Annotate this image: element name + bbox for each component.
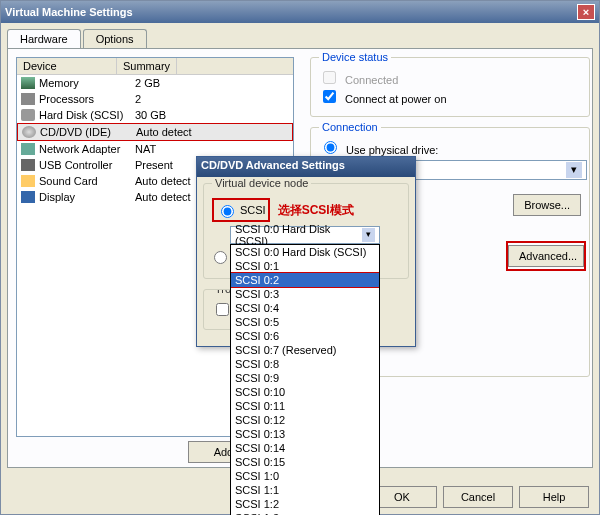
device-icon: [22, 126, 36, 138]
connected-checkbox-row: Connected: [319, 68, 581, 87]
scsi-option[interactable]: SCSI 0:8: [231, 357, 379, 371]
help-button[interactable]: Help: [519, 486, 589, 508]
use-physical-row[interactable]: Use physical drive:: [319, 138, 581, 156]
device-name: Display: [39, 191, 135, 203]
scsi-option[interactable]: SCSI 0:10: [231, 385, 379, 399]
close-icon[interactable]: ×: [577, 4, 595, 20]
device-summary: Auto detect: [136, 126, 192, 138]
scsi-select-row: SCSI 0:0 Hard Disk (SCSI) ▾ SCSI 0:0 Har…: [230, 226, 400, 244]
scsi-option[interactable]: SCSI 0:4: [231, 301, 379, 315]
col-summary[interactable]: Summary: [117, 58, 177, 74]
device-summary: Auto detect: [135, 191, 191, 203]
device-summary: 30 GB: [135, 109, 166, 121]
device-icon: [21, 175, 35, 187]
device-icon: [21, 191, 35, 203]
scsi-option[interactable]: SCSI 0:9: [231, 371, 379, 385]
footer-buttons: OK Cancel Help: [367, 486, 589, 508]
scsi-option[interactable]: SCSI 0:6: [231, 329, 379, 343]
device-icon: [21, 143, 35, 155]
device-name: USB Controller: [39, 159, 135, 171]
scsi-label: SCSI: [240, 204, 266, 216]
scsi-node-dropdown-list[interactable]: SCSI 0:0 Hard Disk (SCSI)SCSI 0:1SCSI 0:…: [230, 244, 380, 515]
scsi-option[interactable]: SCSI 0:5: [231, 315, 379, 329]
sub-body: Virtual device node SCSI 选择SCSI模式 SCSI 0…: [197, 177, 415, 346]
ide-radio[interactable]: [214, 251, 227, 264]
advanced-button-highlight: Advanced...: [506, 241, 586, 271]
device-name: Hard Disk (SCSI): [39, 109, 135, 121]
device-icon: [21, 77, 35, 89]
device-summary: NAT: [135, 143, 156, 155]
device-summary: 2 GB: [135, 77, 160, 89]
cancel-button[interactable]: Cancel: [443, 486, 513, 508]
scsi-option[interactable]: SCSI 0:7 (Reserved): [231, 343, 379, 357]
scsi-option[interactable]: SCSI 0:3: [231, 287, 379, 301]
device-row[interactable]: Processors2: [17, 91, 293, 107]
scsi-node-select[interactable]: SCSI 0:0 Hard Disk (SCSI) ▾ SCSI 0:0 Har…: [230, 226, 380, 244]
connect-poweron-label: Connect at power on: [345, 93, 447, 105]
sub-titlebar: CD/DVD Advanced Settings: [197, 157, 415, 177]
col-device[interactable]: Device: [17, 58, 117, 74]
device-row[interactable]: CD/DVD (IDE)Auto detect: [17, 123, 293, 141]
scsi-radio-highlight: SCSI: [212, 198, 270, 222]
troubleshoot-checkbox[interactable]: [216, 303, 229, 316]
use-physical-radio[interactable]: [324, 141, 337, 154]
tabs: Hardware Options: [7, 29, 593, 48]
device-name: Network Adapter: [39, 143, 135, 155]
scsi-option[interactable]: SCSI 0:12: [231, 413, 379, 427]
scsi-option[interactable]: SCSI 0:13: [231, 427, 379, 441]
device-status-group: Device status Connected Connect at power…: [310, 57, 590, 117]
device-icon: [21, 159, 35, 171]
scsi-option[interactable]: SCSI 0:1: [231, 259, 379, 273]
connected-label: Connected: [345, 74, 398, 86]
device-row[interactable]: Network AdapterNAT: [17, 141, 293, 157]
chevron-down-icon: ▾: [566, 162, 582, 178]
device-summary: 2: [135, 93, 141, 105]
tab-hardware[interactable]: Hardware: [7, 29, 81, 48]
annotation-text: 选择SCSI模式: [278, 202, 354, 219]
device-summary: Present: [135, 159, 173, 171]
device-summary: Auto detect: [135, 175, 191, 187]
device-status-legend: Device status: [319, 51, 391, 63]
scsi-option[interactable]: SCSI 1:0: [231, 469, 379, 483]
device-list-header: Device Summary: [17, 58, 293, 75]
browse-button[interactable]: Browse...: [513, 194, 581, 216]
device-row[interactable]: Hard Disk (SCSI)30 GB: [17, 107, 293, 123]
scsi-option[interactable]: SCSI 0:15: [231, 455, 379, 469]
device-name: Memory: [39, 77, 135, 89]
device-icon: [21, 93, 35, 105]
use-physical-label: Use physical drive:: [346, 144, 438, 156]
connection-legend: Connection: [319, 121, 381, 133]
scsi-radio-row: SCSI 选择SCSI模式: [212, 198, 400, 222]
device-name: Processors: [39, 93, 135, 105]
tab-options[interactable]: Options: [83, 29, 147, 48]
scsi-option[interactable]: SCSI 0:14: [231, 441, 379, 455]
scsi-option[interactable]: SCSI 0:2: [230, 272, 380, 288]
scsi-radio[interactable]: [221, 205, 234, 218]
scsi-option[interactable]: SCSI 0:11: [231, 399, 379, 413]
window-title: Virtual Machine Settings: [5, 6, 133, 18]
device-name: Sound Card: [39, 175, 135, 187]
device-name: CD/DVD (IDE): [40, 126, 136, 138]
chevron-down-icon: ▾: [362, 228, 375, 242]
scsi-option[interactable]: SCSI 1:1: [231, 483, 379, 497]
vdn-legend: Virtual device node: [212, 177, 311, 189]
scsi-option[interactable]: SCSI 1:3: [231, 511, 379, 515]
scsi-option[interactable]: SCSI 0:0 Hard Disk (SCSI): [231, 245, 379, 259]
titlebar: Virtual Machine Settings ×: [1, 1, 599, 23]
cd-dvd-advanced-dialog: CD/DVD Advanced Settings Virtual device …: [196, 156, 416, 347]
connected-checkbox: [323, 71, 336, 84]
connect-poweron-checkbox[interactable]: [323, 90, 336, 103]
virtual-device-node-group: Virtual device node SCSI 选择SCSI模式 SCSI 0…: [203, 183, 409, 279]
device-row[interactable]: Memory2 GB: [17, 75, 293, 91]
advanced-button[interactable]: Advanced...: [508, 245, 584, 267]
connect-poweron-row[interactable]: Connect at power on: [319, 87, 581, 106]
device-icon: [21, 109, 35, 121]
scsi-option[interactable]: SCSI 1:2: [231, 497, 379, 511]
